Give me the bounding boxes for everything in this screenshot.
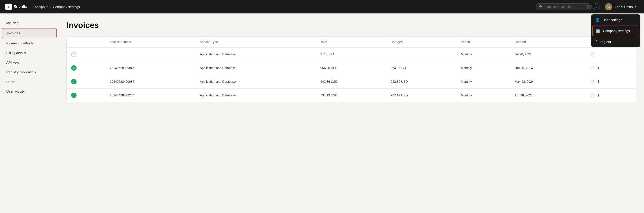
dropdown-label-user-settings: User settings [602,18,622,22]
search-shortcut: ⌘/ [586,5,592,9]
row-total: 3.75 USD [316,47,386,61]
status-success-icon: ✓ [71,79,76,84]
table-row: ✓ 20240428292234 Application and Databas… [67,89,636,102]
table-header-row: Invoice number Service Type Total Charge… [67,36,636,47]
sidebar-item-users[interactable]: Users [2,77,56,86]
sidebar-item-invoices[interactable]: Invoices [2,28,56,38]
logo-box: S [6,3,12,10]
row-invoice-number: 20240628099846 [105,61,195,75]
search-bar[interactable]: 🔍 ⌘/ [536,3,590,10]
col-charged: Charged [386,36,456,47]
user-icon: 👤 [595,18,600,22]
row-status: ? [67,47,105,61]
sidebar-item-billing-details[interactable]: Billing details [2,48,56,57]
sidebar-label-billing-details: Billing details [6,51,26,55]
dropdown-item-logout[interactable]: ⤴ Log out [591,36,640,47]
help-icon: ? [596,5,597,8]
sidebar-item-registry-credentials[interactable]: Registry credentials [2,67,56,77]
row-actions: 📄 [586,47,636,61]
row-total: 942.36 USD [316,75,386,89]
col-invoice-number: Invoice number [105,36,195,47]
row-total: 964.90 USD [316,61,386,75]
view-invoice-icon[interactable]: 📄 [590,80,594,84]
row-status: ✓ [67,89,105,102]
status-success-icon: ✓ [71,93,76,98]
avatar: AS [605,3,612,10]
row-period: Monthly [456,89,510,102]
table-body: ? Application and Database 3.75 USD Mont… [67,47,636,102]
view-invoice-icon[interactable]: 📄 [590,66,594,70]
sidebar-label-user-activity: User activity [6,89,25,93]
col-created: Created [510,36,586,47]
sidebar-label-invoices: Invoices [7,31,20,35]
chevron-down-icon: ▾ [635,5,636,8]
invoices-table-container: Invoice number Service Type Total Charge… [66,36,636,102]
row-charged: 737.19 USD [386,89,456,102]
row-invoice-number [105,47,195,61]
logo-letter: S [8,5,10,8]
breadcrumb: Focalpoint / Company settings [33,5,80,9]
status-pending-icon: ? [71,52,76,57]
building-icon: 🏢 [596,29,600,33]
main-layout: My Plan Invoices Payment methods Billing… [0,13,644,213]
logo-text: Sevalla [14,4,28,9]
sidebar-label-api-keys: API keys [6,60,20,64]
invoices-table: Invoice number Service Type Total Charge… [67,36,636,102]
sidebar-item-payment-methods[interactable]: Payment methods [2,38,56,48]
row-service-type: Application and Database [195,47,316,61]
status-success-icon: ✓ [71,65,76,71]
row-actions: 📄 ⬇ [586,75,636,89]
search-icon: 🔍 [539,5,543,8]
col-total: Total [316,36,386,47]
sidebar-label-users: Users [6,80,15,84]
user-menu-trigger[interactable]: AS Adam Smith ▾ [603,2,638,12]
row-charged [386,47,456,61]
breadcrumb-parent[interactable]: Focalpoint [33,5,48,9]
view-invoice-icon[interactable]: 📄 [590,52,594,56]
sidebar-label-payment-methods: Payment methods [6,41,34,45]
row-service-type: Application and Database [195,61,316,75]
row-status: ✓ [67,61,105,75]
sidebar-item-user-activity[interactable]: User activity [2,87,56,96]
sidebar-item-api-keys[interactable]: API keys [2,58,56,67]
dropdown-label-logout: Log out [600,40,611,44]
col-service-type: Service Type [195,36,316,47]
row-actions: 📄 ⬇ [586,61,636,75]
row-period: Monthly [456,47,510,61]
sidebar-label-my-plan: My Plan [6,21,18,25]
table-row: ✓ 20240528460687 Application and Databas… [67,75,636,89]
row-service-type: Application and Database [195,75,316,89]
user-dropdown-menu: 👤 User settings 🏢 Company settings ⤴ Log… [591,14,640,47]
search-input[interactable] [545,5,584,8]
logo[interactable]: S Sevalla [6,3,28,10]
user-name: Adam Smith [614,5,633,9]
dropdown-item-company-settings[interactable]: 🏢 Company settings [592,25,639,36]
dropdown-item-user-settings[interactable]: 👤 User settings [591,14,640,25]
sidebar: My Plan Invoices Payment methods Billing… [0,13,58,213]
row-status: ✓ [67,75,105,89]
row-created: Apr 28, 2024 [510,89,586,102]
table-row: ✓ 20240628099846 Application and Databas… [67,61,636,75]
table-header: Invoice number Service Type Total Charge… [67,36,636,47]
table-row: ? Application and Database 3.75 USD Mont… [67,47,636,61]
row-charged: 942.36 USD [386,75,456,89]
main-content: Invoices Invoice number Service Type Tot… [58,13,644,213]
breadcrumb-separator: / [50,5,51,9]
row-created: May 28, 2024 [510,75,586,89]
download-invoice-icon[interactable]: ⬇ [597,66,600,70]
row-total: 737.19 USD [316,89,386,102]
row-period: Monthly [456,75,510,89]
row-invoice-number: 20240428292234 [105,89,195,102]
col-period: Period [456,36,510,47]
view-invoice-icon[interactable]: 📄 [590,93,594,98]
row-created: Jun 28, 2024 [510,61,586,75]
download-invoice-icon[interactable]: ⬇ [597,93,600,98]
col-status [67,36,105,47]
row-charged: 964.9 USD [386,61,456,75]
row-period: Monthly [456,61,510,75]
download-invoice-icon[interactable]: ⬇ [597,80,600,84]
dropdown-label-company-settings: Company settings [603,29,630,33]
help-button[interactable]: ? [593,3,600,10]
sidebar-item-my-plan[interactable]: My Plan [2,18,56,27]
logout-icon: ⤴ [595,40,597,44]
